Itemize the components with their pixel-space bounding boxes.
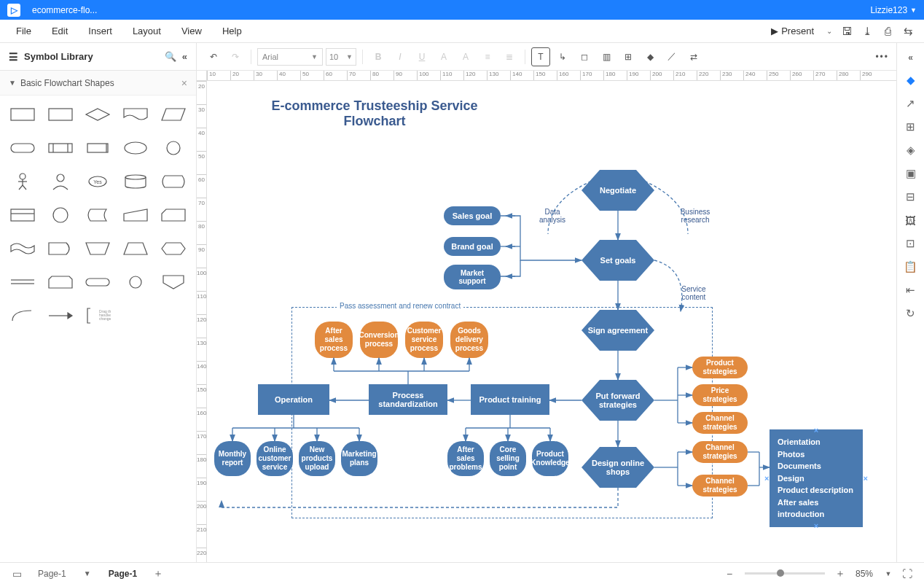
zoom-out-button[interactable]: − [720,568,739,580]
shape-data[interactable] [157,101,190,128]
shape-loop-limit[interactable] [119,235,152,262]
close-icon[interactable]: × [181,77,187,89]
label-business-research[interactable]: Business research [673,208,717,224]
node-channel-strategies-3[interactable]: Channel strategies [692,475,748,497]
shape-tape[interactable] [6,235,39,262]
redo-button[interactable]: ↷ [226,47,245,66]
layers-icon[interactable]: ◈ [901,139,921,161]
bold-button[interactable]: B [369,47,388,66]
slideshow-icon[interactable]: ▣ [901,163,921,184]
zoom-slider[interactable] [745,572,825,575]
fill-button[interactable]: ◆ [641,47,659,66]
node-marketing-plans[interactable]: Marketing plans [341,441,377,476]
node-market-support[interactable]: Market support [444,265,501,289]
group-button[interactable]: ⊞ [619,47,638,66]
arrange-button[interactable]: ▥ [597,47,616,66]
node-operation[interactable]: Operation [258,384,329,415]
text-color-button[interactable]: A [434,47,453,66]
shape-offpage-conn[interactable] [157,269,190,295]
present-button[interactable]: ▶ Present [764,22,821,40]
node-product-training[interactable]: Product training [471,384,549,415]
shape-cylinder-side[interactable] [82,202,115,228]
shape-delay[interactable] [44,235,77,262]
zoom-value[interactable]: 85% [850,569,879,579]
shape-decision[interactable] [82,101,115,128]
import-icon[interactable]: ⇤ [901,279,921,301]
shape-connector-yes[interactable]: Yes [82,168,115,195]
shape-ellipse[interactable] [119,135,152,161]
shape-annotation[interactable]: Drag the sidehandles tochange width [82,303,115,329]
node-sales-goal[interactable]: Sales goal [444,206,501,225]
shape-user[interactable] [44,168,77,195]
shape-internal-storage[interactable] [6,202,39,228]
underline-button[interactable]: U [412,47,431,66]
canvas[interactable]: E-commerce Trusteeship Service Flowchart… [207,81,896,562]
node-product-knowledge[interactable]: Product Knowledge [532,441,568,476]
zoom-in-button[interactable]: ＋ [831,567,850,580]
node-monthly-report[interactable]: Monthly report [214,441,251,476]
save-icon[interactable]: 🖫 [837,25,857,37]
page-list-icon[interactable]: ▭ [7,568,26,580]
theme-icon[interactable]: ◆ [901,69,921,91]
node-negotiate[interactable]: Negotiate [582,170,654,211]
shape-document[interactable] [119,101,152,128]
label-data-analysis[interactable]: Data analysis [530,208,574,224]
shape-display[interactable] [157,168,190,195]
line-button[interactable]: ／ [662,47,681,66]
menu-help[interactable]: Help [212,21,252,41]
menu-insert[interactable]: Insert [78,21,122,41]
menu-view[interactable]: View [171,21,212,41]
shape-circle2[interactable] [44,202,77,228]
collapse-left-icon[interactable]: « [182,51,187,62]
history-icon[interactable]: ↻ [901,303,921,324]
shape-process-alt[interactable] [44,101,77,128]
label-pass-assessment[interactable]: Pass assessment and renew contract [337,302,463,310]
text-tool-button[interactable]: T [531,47,550,66]
node-info-list[interactable]: × OrientationPhotosDocumentsDesignProduc… [770,429,863,527]
shape-manual-op[interactable] [82,235,115,262]
zoom-dropdown-icon[interactable]: ▼ [879,570,898,577]
node-after-sales-problems[interactable]: After sales problems [447,441,484,476]
node-price-strategies[interactable]: Price strategies [692,384,748,406]
shape-actor[interactable] [6,168,39,195]
shape-terminator[interactable] [6,135,39,161]
tab-dropdown-icon[interactable]: ▼ [78,569,97,577]
shape-circle[interactable] [157,135,190,161]
menu-edit[interactable]: Edit [42,21,78,41]
size-select[interactable]: 10▼ [326,48,356,66]
export-icon[interactable]: ↗ [901,93,921,114]
shape-rounded-rect[interactable] [44,269,77,295]
node-online-customer-service[interactable]: Online customer service [257,441,293,476]
page-tab-1[interactable]: Page-1 [26,566,78,582]
node-customer-service-process[interactable]: Customer service process [405,322,443,358]
italic-button[interactable]: I [391,47,410,66]
shape-database[interactable] [119,168,152,195]
undo-button[interactable]: ↶ [204,47,223,66]
node-channel-strategies-2[interactable]: Channel strategies [692,441,748,463]
node-brand-goal[interactable]: Brand goal [444,237,501,256]
font-select[interactable]: Arial▼ [257,48,323,66]
shape-predefined[interactable] [44,135,77,161]
present-dropdown[interactable]: ⌄ [822,27,837,35]
shape-stored-data[interactable] [82,135,115,161]
fullscreen-icon[interactable]: ⛶ [898,568,917,580]
image-icon[interactable]: 🖼 [901,209,921,231]
clipboard-icon[interactable]: 📋 [901,256,921,278]
shape-off-page[interactable] [6,269,39,295]
node-new-products-upload[interactable]: New products upload [299,441,335,476]
align-v-button[interactable]: ≣ [500,47,519,66]
user-menu[interactable]: Lizzie123 ▼ [870,5,917,15]
share-icon[interactable]: ⇆ [898,25,918,38]
page-tab-active[interactable]: Page-1 [97,566,149,582]
shape-insert-button[interactable]: ◻ [575,47,594,66]
outline-icon[interactable]: ⊡ [901,233,921,254]
shape-manual-input[interactable] [119,202,152,228]
node-core-selling[interactable]: Core selling point [490,441,526,476]
node-after-sales-process[interactable]: After sales process [315,322,353,358]
node-process-std[interactable]: Process standardization [369,384,447,415]
line-style-button[interactable]: ⇄ [684,47,703,66]
more-button[interactable]: ••• [875,52,889,62]
highlight-button[interactable]: A [456,47,475,66]
node-channel-strategies[interactable]: Channel strategies [692,412,748,434]
shape-arc[interactable] [6,303,39,329]
